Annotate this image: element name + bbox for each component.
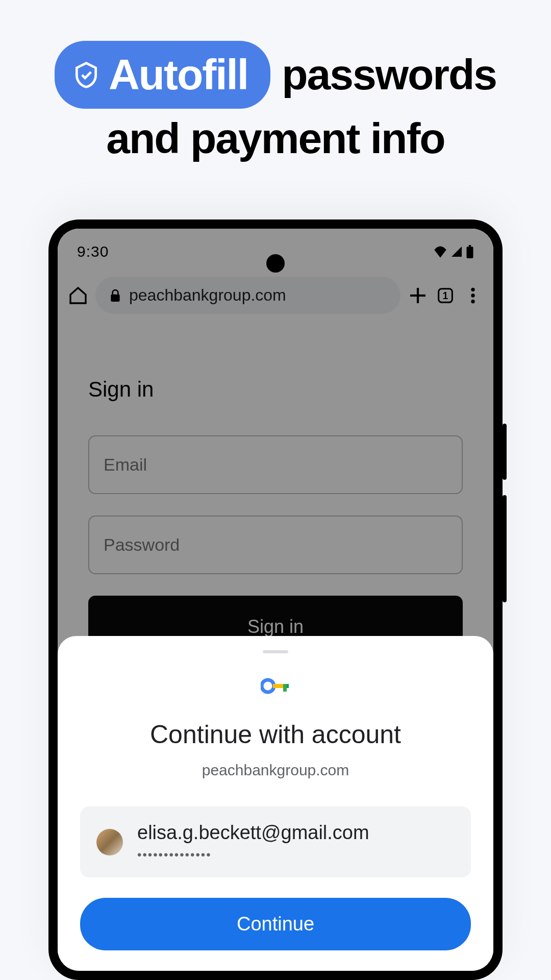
account-password-mask: •••••••••••••• [137,848,455,862]
autofill-pill: Autofill [55,41,270,109]
account-suggestion[interactable]: elisa.g.beckett@gmail.com •••••••••••••• [80,806,471,877]
headline-word-passwords: passwords [282,50,496,100]
phone-camera-dot [266,254,285,273]
phone-frame: 9:30 peachbankgroup.com [48,219,503,980]
svg-rect-13 [283,688,287,692]
autofill-text: Autofill [109,50,248,100]
account-email: elisa.g.beckett@gmail.com [137,822,455,844]
sheet-title: Continue with account [80,720,471,749]
phone-power-button [503,424,507,480]
promo-headline: Autofill passwords and payment info [0,0,551,163]
shield-check-icon [72,61,101,89]
phone-volume-button [503,495,507,602]
avatar [96,829,123,855]
autofill-bottom-sheet: Continue with account peachbankgroup.com… [58,636,493,971]
sheet-subtitle: peachbankgroup.com [80,762,471,779]
drag-handle-icon[interactable] [263,650,288,653]
svg-point-10 [262,680,274,692]
continue-button[interactable]: Continue [80,898,471,950]
svg-rect-12 [283,684,287,688]
password-key-icon [80,678,471,694]
svg-rect-14 [287,684,289,688]
svg-rect-11 [273,684,283,688]
headline-line2: and payment info [31,114,520,163]
